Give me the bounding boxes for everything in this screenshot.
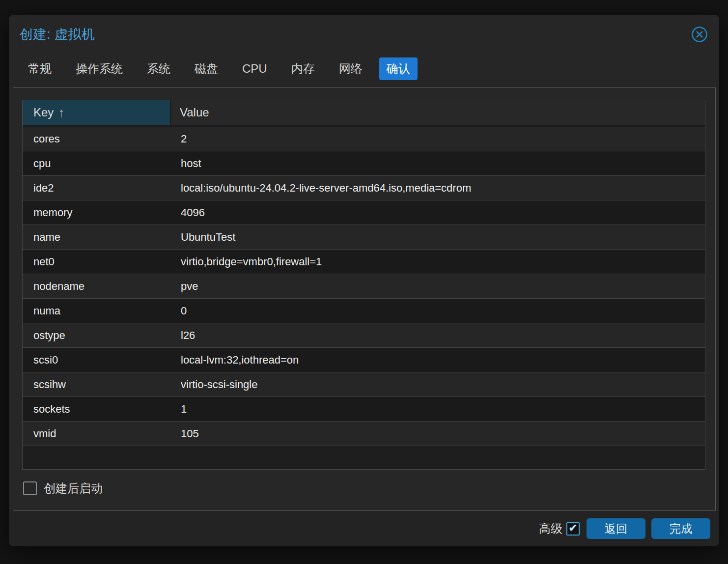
grid-empty-space bbox=[23, 446, 705, 469]
dialog-title: 创建: 虚拟机 bbox=[20, 26, 95, 43]
column-header-value[interactable]: Value bbox=[171, 100, 705, 125]
advanced-label: 高级 bbox=[539, 521, 562, 536]
finish-button[interactable]: 完成 bbox=[651, 518, 710, 539]
row-value: 4096 bbox=[171, 206, 705, 219]
row-key: scsihw bbox=[23, 378, 171, 391]
tab-system[interactable]: 系统 bbox=[140, 57, 178, 80]
row-value: virtio,bridge=vmbr0,firewall=1 bbox=[171, 255, 705, 268]
column-header-key[interactable]: Key ↑ bbox=[23, 100, 171, 125]
tab-disks[interactable]: 磁盘 bbox=[187, 57, 225, 80]
settings-grid: Key ↑ Value cores 2 cpu host ide2 local:… bbox=[22, 100, 705, 470]
table-row[interactable]: nodename pve bbox=[23, 274, 705, 299]
table-row[interactable]: numa 0 bbox=[23, 299, 705, 323]
row-key: net0 bbox=[23, 255, 171, 268]
tab-os[interactable]: 操作系统 bbox=[68, 57, 130, 80]
close-icon[interactable] bbox=[691, 26, 708, 43]
advanced-checkbox[interactable]: ✔ bbox=[566, 522, 580, 536]
table-row[interactable]: ostype l26 bbox=[23, 323, 705, 348]
tab-cpu[interactable]: CPU bbox=[235, 57, 275, 80]
create-vm-dialog: 创建: 虚拟机 常规操作系统系统磁盘CPU内存网络确认 Key ↑ Value … bbox=[9, 15, 719, 546]
row-value: 105 bbox=[171, 427, 705, 440]
row-key: scsi0 bbox=[23, 354, 171, 367]
row-key: memory bbox=[23, 206, 171, 219]
column-value-label: Value bbox=[180, 106, 209, 119]
row-value: local:iso/ubuntu-24.04.2-live-server-amd… bbox=[171, 182, 705, 195]
table-row[interactable]: scsi0 local-lvm:32,iothread=on bbox=[23, 348, 705, 372]
tab-bar: 常规操作系统系统磁盘CPU内存网络确认 bbox=[21, 57, 418, 80]
table-row[interactable]: sockets 1 bbox=[23, 397, 705, 422]
row-value: l26 bbox=[171, 329, 705, 342]
row-value: pve bbox=[171, 280, 705, 293]
row-key: cpu bbox=[23, 157, 171, 170]
table-row[interactable]: net0 virtio,bridge=vmbr0,firewall=1 bbox=[23, 250, 705, 274]
sort-ascending-icon: ↑ bbox=[58, 105, 64, 120]
row-value: 1 bbox=[171, 403, 705, 416]
row-key: numa bbox=[23, 305, 171, 317]
tab-confirm[interactable]: 确认 bbox=[379, 57, 418, 80]
table-row[interactable]: ide2 local:iso/ubuntu-24.04.2-live-serve… bbox=[23, 176, 705, 200]
table-row[interactable]: vmid 105 bbox=[23, 422, 705, 446]
row-value: UbuntuTest bbox=[171, 231, 705, 244]
dialog-footer: 高级 ✔ 返回 完成 bbox=[9, 511, 719, 546]
grid-rows: cores 2 cpu host ide2 local:iso/ubuntu-2… bbox=[23, 127, 705, 446]
row-key: nodename bbox=[23, 280, 171, 293]
confirm-panel: Key ↑ Value cores 2 cpu host ide2 local:… bbox=[13, 87, 716, 511]
tab-network[interactable]: 网络 bbox=[332, 57, 370, 80]
row-key: name bbox=[23, 231, 171, 244]
check-icon: ✔ bbox=[568, 523, 577, 534]
table-row[interactable]: scsihw virtio-scsi-single bbox=[23, 372, 705, 397]
table-row[interactable]: cpu host bbox=[23, 151, 705, 176]
back-button[interactable]: 返回 bbox=[587, 518, 645, 539]
row-key: ide2 bbox=[23, 182, 171, 195]
start-after-create-checkbox[interactable] bbox=[23, 481, 37, 495]
row-value: local-lvm:32,iothread=on bbox=[171, 354, 705, 367]
table-row[interactable]: cores 2 bbox=[23, 127, 705, 151]
row-value: host bbox=[171, 157, 705, 170]
row-value: 2 bbox=[171, 133, 705, 145]
row-key: sockets bbox=[23, 403, 171, 416]
row-key: ostype bbox=[23, 329, 171, 342]
tab-general[interactable]: 常规 bbox=[21, 57, 59, 80]
grid-header: Key ↑ Value bbox=[23, 100, 705, 127]
table-row[interactable]: name UbuntuTest bbox=[23, 225, 705, 250]
row-value: 0 bbox=[171, 305, 705, 317]
row-value: virtio-scsi-single bbox=[171, 378, 705, 391]
tab-memory[interactable]: 内存 bbox=[284, 57, 322, 80]
row-key: cores bbox=[23, 133, 171, 145]
start-after-create-row: 创建后启动 bbox=[23, 480, 715, 496]
column-key-label: Key bbox=[33, 106, 54, 119]
table-row[interactable]: memory 4096 bbox=[23, 200, 705, 225]
row-key: vmid bbox=[23, 427, 171, 440]
start-after-create-label: 创建后启动 bbox=[44, 480, 103, 496]
